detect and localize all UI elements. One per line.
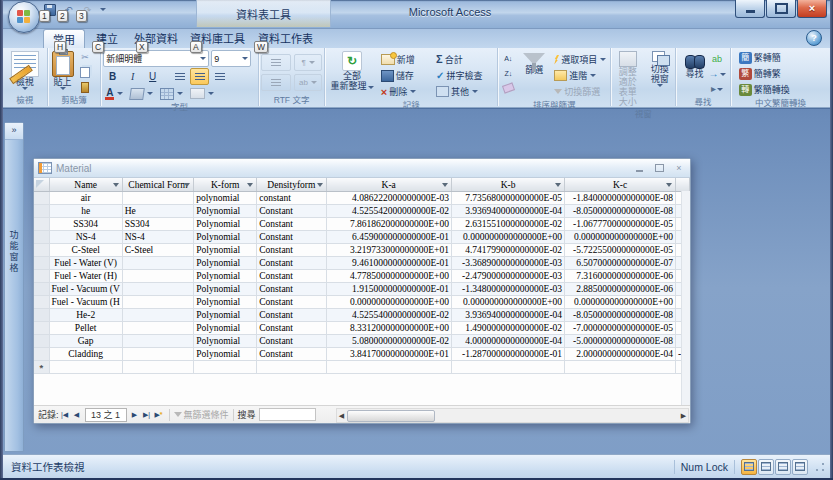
cell-k-form[interactable]: polynomial <box>194 192 257 205</box>
row-selector[interactable] <box>34 283 49 296</box>
qat-dropdown-icon[interactable] <box>100 8 106 11</box>
table-row[interactable]: NS-4 NS-4 Polynomial Constant 6.45900000… <box>34 231 690 244</box>
column-header-k-a[interactable]: K-a <box>326 178 451 192</box>
cell-k-c[interactable]: 0.000000000000000E+00 <box>565 231 676 244</box>
copy-button[interactable] <box>78 65 93 79</box>
cell-k-b[interactable]: 1.490000000000000E-02 <box>451 322 564 335</box>
highlight-button[interactable]: ab <box>294 74 322 91</box>
table-restore-button[interactable] <box>652 163 666 174</box>
row-selector[interactable] <box>34 231 49 244</box>
clear-sort-button[interactable] <box>500 81 516 95</box>
table-row[interactable]: Gap Polynomial Constant 5.08000000000000… <box>34 335 690 348</box>
expand-nav-pane-button[interactable]: » <box>5 123 23 140</box>
cell-k-c[interactable]: -1.067770000000000E-05 <box>565 218 676 231</box>
cell-chemical-form[interactable] <box>122 192 193 205</box>
cell-name[interactable]: Gap <box>49 335 122 348</box>
cell-densityform[interactable]: Constant <box>257 205 326 218</box>
cell-k-b[interactable]: 3.936940000000000E-04 <box>451 309 564 322</box>
previous-record-button[interactable]: ◀ <box>71 409 83 421</box>
column-header-k-c[interactable]: K-c <box>565 178 676 192</box>
new-record-row[interactable]: * <box>34 361 690 374</box>
view-button[interactable]: 檢視 <box>9 50 41 91</box>
cell-k-c[interactable]: 7.316000000000000E-06 <box>565 270 676 283</box>
cell-k-c[interactable]: -1.840000000000000E-08 <box>565 192 676 205</box>
row-selector[interactable] <box>34 348 49 361</box>
cell-k-a[interactable]: 6.459000000000000E-01 <box>326 231 451 244</box>
cell-k-a[interactable]: 4.086222000000000E-03 <box>326 192 451 205</box>
row-selector[interactable] <box>34 309 49 322</box>
cell-k-form[interactable]: Polynomial <box>194 283 257 296</box>
cell-k-b[interactable]: -1.287000000000000E-01 <box>451 348 564 361</box>
save-record-button[interactable]: 儲存 <box>379 68 432 83</box>
cell-k-form[interactable]: Polynomial <box>194 244 257 257</box>
cell-k-b[interactable]: 7.735680000000000E-05 <box>451 192 564 205</box>
row-selector[interactable] <box>34 218 49 231</box>
cell-k-a[interactable]: 4.778500000000000E+00 <box>326 270 451 283</box>
cell-chemical-form[interactable] <box>122 348 193 361</box>
align-left-button[interactable] <box>170 68 189 85</box>
cell-k-c[interactable]: -8.050000000000000E-08 <box>565 205 676 218</box>
cell-densityform[interactable]: Constant <box>257 283 326 296</box>
cell-k-form[interactable]: Polynomial <box>194 270 257 283</box>
delete-record-button[interactable]: ×刪除 <box>379 84 432 99</box>
cell-name[interactable]: He-2 <box>49 309 122 322</box>
selection-button[interactable]: 選取項目 <box>552 52 608 67</box>
cell-k-form[interactable]: Polynomial <box>194 335 257 348</box>
advanced-filter-button[interactable]: 進階 <box>552 68 608 83</box>
row-selector[interactable] <box>34 244 49 257</box>
cell-k-a[interactable]: 5.080000000000000E-02 <box>326 335 451 348</box>
row-selector[interactable] <box>34 296 49 309</box>
cell-name[interactable]: Cladding <box>49 348 122 361</box>
gridlines-button[interactable] <box>158 86 185 101</box>
row-selector[interactable] <box>34 257 49 270</box>
column-header-chemical-form[interactable]: Chemical Form <box>122 178 193 192</box>
cell-k-b[interactable]: 0.000000000000000E+00 <box>451 231 564 244</box>
filter-status[interactable]: 無篩選條件 <box>174 408 229 421</box>
table-row[interactable]: He-2 Polynomial Constant 4.5255400000000… <box>34 309 690 322</box>
scrollbar-thumb[interactable] <box>347 410 435 422</box>
cell-k-b[interactable]: 3.936940000000000E-04 <box>451 205 564 218</box>
cell-k-c[interactable]: -8.050000000000000E-08 <box>565 309 676 322</box>
table-window-titlebar[interactable]: Material × <box>34 159 690 178</box>
cell-name[interactable]: Fuel - Water (H) <box>49 270 122 283</box>
table-row[interactable]: Fuel - Water (H) Polynomial Constant 4.7… <box>34 270 690 283</box>
current-record-box[interactable]: 13 之 1 <box>85 408 127 422</box>
close-button[interactable]: × <box>797 0 827 18</box>
table-row[interactable]: SS304 SS304 Polynomial Constant 7.861862… <box>34 218 690 231</box>
select-all-cell[interactable] <box>34 178 49 192</box>
cell-chemical-form[interactable] <box>122 309 193 322</box>
cell-chemical-form[interactable] <box>122 335 193 348</box>
size-to-fit-form-button[interactable]: 調整適於表單大小 <box>613 50 642 108</box>
column-dropdown-icon[interactable] <box>113 183 119 187</box>
cell-densityform[interactable]: Constant <box>257 231 326 244</box>
vertical-scrollbar[interactable] <box>681 191 690 405</box>
cell-densityform[interactable]: Constant <box>257 322 326 335</box>
row-selector[interactable] <box>34 205 49 218</box>
column-dropdown-icon[interactable] <box>442 183 448 187</box>
decrease-indent-button[interactable] <box>261 54 291 71</box>
row-selector[interactable] <box>34 322 49 335</box>
cell-k-b[interactable]: -3.368900000000000E-03 <box>451 257 564 270</box>
minimize-button[interactable] <box>735 0 765 18</box>
more-button[interactable]: 其他 <box>434 84 495 99</box>
text-direction-button[interactable]: ¶ <box>294 54 322 71</box>
cell-chemical-form[interactable] <box>122 270 193 283</box>
cell-chemical-form[interactable]: NS-4 <box>122 231 193 244</box>
cell-k-c[interactable]: -5.722550000000000E-05 <box>565 244 676 257</box>
cell-k-form[interactable]: Polynomial <box>194 231 257 244</box>
column-dropdown-icon[interactable] <box>247 183 253 187</box>
chinese-convert-button[interactable]: 轉繁簡轉換 <box>737 82 792 97</box>
cell-densityform[interactable]: Constant <box>257 309 326 322</box>
cell-k-b[interactable]: 2.631551000000000E-02 <box>451 218 564 231</box>
datasheet-view-button[interactable] <box>741 459 757 475</box>
cell-k-form[interactable]: Polynomial <box>194 218 257 231</box>
traditional-to-simplified-button[interactable]: 簡繁轉簡 <box>737 50 783 65</box>
cell-densityform[interactable]: Constant <box>257 218 326 231</box>
column-dropdown-icon[interactable] <box>555 183 561 187</box>
cell-k-a[interactable]: 9.461000000000000E-01 <box>326 257 451 270</box>
align-right-button[interactable] <box>210 68 229 85</box>
switch-windows-button[interactable]: 切換視窗 <box>646 50 673 88</box>
column-dropdown-icon[interactable] <box>317 183 323 187</box>
new-record-button[interactable]: 新增 <box>379 52 432 67</box>
column-header-densityform[interactable]: Densityform <box>257 178 326 192</box>
